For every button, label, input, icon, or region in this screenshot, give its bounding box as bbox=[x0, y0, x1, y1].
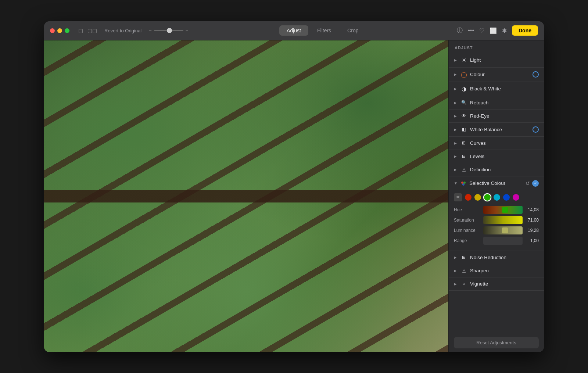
sat-bar[interactable] bbox=[483, 216, 523, 224]
curves-icon: ⊞ bbox=[460, 140, 467, 146]
levels-icon: ⊟ bbox=[460, 154, 467, 159]
hue-swatch bbox=[502, 207, 508, 213]
adjust-sidebar: ADJUST ▶ ☀ Light ▶ ◯ Colour ▶ ◑ Black & … bbox=[448, 40, 544, 352]
nr-icon: ⊞ bbox=[460, 255, 467, 260]
sidebar-item-retouch[interactable]: ▶ 🔍 Retouch bbox=[449, 96, 544, 110]
levels-label: Levels bbox=[470, 154, 539, 159]
sidebar-item-levels[interactable]: ▶ ⊟ Levels bbox=[449, 150, 544, 163]
sharpen-label: Sharpen bbox=[470, 268, 539, 273]
fence-overlay bbox=[44, 40, 448, 352]
sidebar-item-white-balance[interactable]: ▶ ◧ White Balance bbox=[449, 123, 544, 137]
sharpen-chevron: ▶ bbox=[454, 269, 457, 273]
brightness-thumb[interactable] bbox=[167, 28, 172, 33]
eyedropper-button[interactable]: ✏ bbox=[454, 193, 462, 201]
light-label: Light bbox=[470, 57, 539, 63]
info-icon[interactable]: ⓘ bbox=[457, 27, 463, 35]
sc-revert-icon[interactable]: ↺ bbox=[526, 180, 530, 186]
sidebar-item-sharpen[interactable]: ▶ △ Sharpen bbox=[449, 264, 544, 277]
definition-chevron: ▶ bbox=[454, 168, 457, 172]
sc-actions: ↺ ✓ bbox=[526, 180, 539, 187]
sidebar-item-colour[interactable]: ▶ ◯ Colour bbox=[449, 68, 544, 82]
sat-label: Saturation bbox=[454, 218, 480, 223]
redeye-chevron: ▶ bbox=[454, 114, 457, 118]
revert-button[interactable]: Revert to Original bbox=[104, 28, 141, 33]
curves-chevron: ▶ bbox=[454, 141, 457, 145]
more-icon[interactable]: ••• bbox=[468, 27, 474, 34]
sidebar-item-black-white[interactable]: ▶ ◑ Black & White bbox=[449, 82, 544, 96]
sharpen-icon: △ bbox=[460, 268, 467, 273]
minimize-button[interactable] bbox=[57, 28, 62, 33]
colour-icon: ◯ bbox=[460, 71, 467, 78]
retouch-chevron: ▶ bbox=[454, 101, 457, 105]
svg-point-0 bbox=[461, 182, 463, 184]
single-view-icon[interactable]: ▢ bbox=[77, 27, 85, 34]
swatch-blue[interactable] bbox=[503, 194, 510, 201]
definition-icon: △ bbox=[460, 167, 467, 172]
swatch-red[interactable] bbox=[465, 194, 472, 201]
lum-label: Luminance bbox=[454, 228, 480, 233]
wb-chevron: ▶ bbox=[454, 128, 457, 132]
main-content: ADJUST ▶ ☀ Light ▶ ◯ Colour ▶ ◑ Black & … bbox=[44, 40, 544, 352]
hue-value: 14,08 bbox=[526, 207, 539, 212]
reset-adjustments-button[interactable]: Reset Adjustments bbox=[454, 337, 539, 348]
tab-adjust[interactable]: Adjust bbox=[279, 25, 308, 36]
sat-value: 71,00 bbox=[526, 218, 539, 223]
markup-icon[interactable]: ✱ bbox=[502, 27, 507, 34]
definition-label: Definition bbox=[470, 167, 539, 172]
fullscreen-button[interactable] bbox=[65, 28, 69, 33]
sc-confirm-icon[interactable]: ✓ bbox=[532, 180, 539, 187]
vignette-chevron: ▶ bbox=[454, 282, 457, 286]
photo-canvas[interactable] bbox=[44, 40, 448, 352]
lum-swatch bbox=[502, 227, 508, 233]
right-actions: ⓘ ••• ♡ ⬜ ✱ Done bbox=[457, 25, 538, 36]
view-toggle: ▢ ▢▢ bbox=[77, 27, 98, 34]
nr-label: Noise Reduction bbox=[470, 255, 539, 260]
tab-crop[interactable]: Crop bbox=[340, 25, 366, 36]
favorite-icon[interactable]: ♡ bbox=[479, 27, 484, 34]
adjustment-params: Hue 14,08 Saturation 71,00 bbox=[449, 204, 544, 251]
close-button[interactable] bbox=[50, 28, 55, 33]
swatch-magenta[interactable] bbox=[513, 194, 519, 201]
curves-label: Curves bbox=[470, 140, 539, 146]
titlebar: ▢ ▢▢ Revert to Original − + Adjust Filte… bbox=[44, 21, 544, 40]
brightness-track[interactable] bbox=[154, 30, 183, 31]
sidebar-item-selective-colour[interactable]: ▼ Selective Colour ↺ ✓ bbox=[449, 176, 544, 190]
lum-bar[interactable] bbox=[483, 226, 523, 234]
selective-colour-section: ▼ Selective Colour ↺ ✓ bbox=[449, 176, 544, 251]
vignette-label: Vignette bbox=[470, 281, 539, 287]
swatch-yellow[interactable] bbox=[474, 194, 481, 201]
tab-filters[interactable]: Filters bbox=[310, 25, 338, 36]
split-view-icon[interactable]: ▢▢ bbox=[86, 27, 98, 34]
saturation-row: Saturation 71,00 bbox=[454, 216, 539, 224]
sidebar-header: ADJUST bbox=[449, 40, 544, 53]
bw-chevron: ▶ bbox=[454, 87, 457, 91]
sidebar-item-red-eye[interactable]: ▶ 👁 Red-Eye bbox=[449, 110, 544, 123]
range-label: Range bbox=[454, 238, 480, 243]
sidebar-item-definition[interactable]: ▶ △ Definition bbox=[449, 163, 544, 176]
swatch-cyan[interactable] bbox=[494, 194, 500, 201]
retouch-label: Retouch bbox=[470, 100, 539, 105]
hue-label: Hue bbox=[454, 207, 480, 212]
brightness-slider: − + bbox=[149, 28, 188, 33]
range-bar[interactable] bbox=[483, 237, 523, 245]
sidebar-item-curves[interactable]: ▶ ⊞ Curves bbox=[449, 137, 544, 150]
done-button[interactable]: Done bbox=[512, 25, 538, 36]
sidebar-item-light[interactable]: ▶ ☀ Light bbox=[449, 53, 544, 68]
colour-chevron: ▶ bbox=[454, 72, 457, 76]
sidebar-item-vignette[interactable]: ▶ ○ Vignette bbox=[449, 277, 544, 291]
brightness-plus-icon: + bbox=[186, 28, 189, 33]
luminance-row: Luminance 19,28 bbox=[454, 226, 539, 234]
lum-value: 19,28 bbox=[526, 228, 539, 233]
svg-point-2 bbox=[462, 183, 465, 186]
share-icon[interactable]: ⬜ bbox=[490, 27, 497, 34]
swatch-green[interactable] bbox=[484, 194, 491, 201]
wb-icon: ◧ bbox=[460, 127, 467, 132]
redeye-label: Red-Eye bbox=[470, 113, 539, 119]
hue-bar[interactable] bbox=[483, 206, 523, 214]
sc-label: Selective Colour bbox=[469, 180, 505, 186]
colour-badge bbox=[533, 71, 539, 78]
app-window: ▢ ▢▢ Revert to Original − + Adjust Filte… bbox=[44, 21, 544, 352]
photo-image bbox=[44, 40, 448, 352]
svg-point-1 bbox=[463, 182, 466, 184]
sidebar-item-noise-reduction[interactable]: ▶ ⊞ Noise Reduction bbox=[449, 251, 544, 264]
